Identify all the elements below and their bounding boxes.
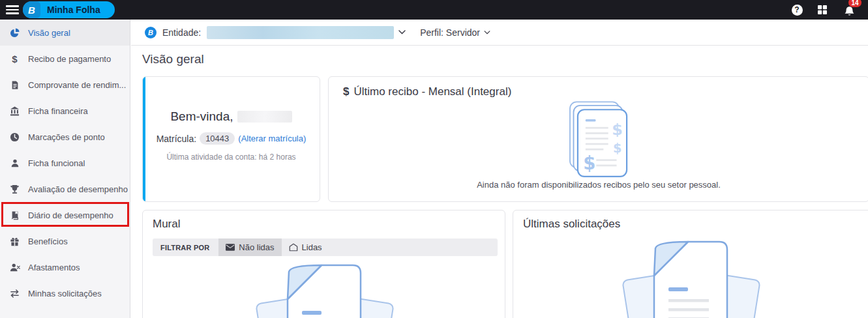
envelope-open-icon — [289, 243, 298, 252]
tab-lidas[interactable]: Lidas — [282, 238, 329, 256]
sidebar-item-label: Marcações de ponto — [28, 132, 105, 142]
sidebar-item-label: Avaliação de desempenho — [28, 184, 128, 194]
sidebar-item-beneficios[interactable]: Benefícios — [0, 228, 130, 254]
sidebar-item-marcacoes-de-ponto[interactable]: Marcações de ponto — [0, 124, 130, 150]
help-icon: ? — [792, 5, 803, 16]
last-receipt-card: $ Último recibo - Mensal (Integral) $ $ … — [328, 76, 868, 202]
mural-card: Mural FILTRAR POR Não lidas Lidas — [142, 210, 505, 318]
dollar-icon: $ — [343, 85, 349, 98]
svg-text:$: $ — [613, 141, 621, 156]
topbar: B Minha Folha ? 14 — [0, 0, 868, 20]
mural-card-title: Mural — [153, 218, 181, 231]
sidebar-item-ficha-financeira[interactable]: Ficha financeira — [0, 98, 130, 124]
sidebar-item-afastamentos[interactable]: Afastamentos — [0, 254, 130, 280]
clock-icon — [9, 132, 20, 143]
mural-filter-bar: FILTRAR POR Não lidas Lidas — [153, 238, 498, 256]
receipts-illustration: $ $ $ — [329, 100, 868, 180]
sidebar-item-avaliacao-de-desempenho[interactable]: Avaliação de desempenho — [0, 176, 130, 202]
book-icon — [9, 210, 20, 221]
pie-chart-icon — [9, 27, 20, 38]
requests-card-title: Últimas solicitações — [523, 218, 620, 231]
brand-b-icon: B — [23, 1, 40, 18]
hamburger-menu-icon[interactable] — [6, 5, 19, 14]
receipt-card-title: Último recibo - Mensal (Integral) — [353, 85, 511, 98]
last-activity-text: Última atividade da conta: há 2 horas — [143, 152, 320, 162]
card-accent-bar — [143, 77, 145, 201]
sidebar: Visão geral $ Recibo de pagamento Compro… — [0, 20, 130, 318]
sidebar-item-minhas-solicitacoes[interactable]: Minhas solicitações — [0, 280, 130, 306]
greeting-text: Bem-vinda, — [170, 109, 233, 124]
matricula-label: Matrícula: — [157, 134, 196, 144]
entity-label: Entidade: — [162, 27, 201, 38]
sidebar-item-label: Ficha funcional — [28, 158, 85, 168]
bank-icon — [9, 106, 20, 117]
person-icon — [9, 158, 20, 169]
trophy-icon — [9, 184, 20, 195]
requests-empty-illustration — [513, 237, 868, 318]
entity-toolbar: B Entidade: Perfil: Servidor — [131, 20, 868, 46]
grid-icon — [817, 5, 828, 15]
sidebar-item-diario-de-desempenho[interactable]: Diário de desempenho — [0, 202, 130, 228]
app-root: B Minha Folha ? 14 — [0, 0, 868, 318]
gift-icon — [9, 236, 20, 247]
svg-text:$: $ — [612, 121, 623, 139]
welcome-card: Bem-vinda, Matrícula: 10443 (Alterar mat… — [142, 76, 320, 202]
receipt-empty-message: Ainda não foram disponibilizados recibos… — [329, 180, 868, 190]
sidebar-item-label: Diário de desempenho — [28, 210, 113, 220]
tab-label: Não lidas — [239, 242, 274, 252]
bell-icon — [844, 6, 855, 17]
notification-count-badge: 14 — [848, 0, 861, 7]
matricula-value-badge: 10443 — [200, 132, 235, 145]
notifications-button[interactable]: 14 — [842, 3, 856, 17]
sidebar-item-label: Comprovante de rendim... — [28, 80, 126, 90]
sidebar-item-comprovante[interactable]: Comprovante de rendim... — [0, 72, 130, 98]
envelope-closed-icon — [226, 244, 235, 251]
filter-by-label: FILTRAR POR — [153, 238, 218, 256]
change-matricula-link[interactable]: (Alterar matrícula) — [238, 134, 306, 143]
sidebar-item-label: Minhas solicitações — [28, 289, 102, 298]
mural-empty-illustration — [143, 260, 506, 318]
tab-nao-lidas[interactable]: Não lidas — [218, 238, 281, 256]
help-button[interactable]: ? — [791, 4, 803, 16]
profile-label: Perfil: Servidor — [420, 27, 480, 38]
sidebar-item-ficha-funcional[interactable]: Ficha funcional — [0, 150, 130, 176]
sidebar-item-label: Benefícios — [28, 237, 68, 246]
sidebar-item-label: Afastamentos — [28, 263, 80, 272]
page-title: Visão geral — [142, 52, 204, 66]
app-logo[interactable]: B Minha Folha — [23, 1, 115, 18]
sidebar-item-label: Ficha financeira — [28, 106, 88, 116]
entity-name-redacted[interactable] — [207, 26, 394, 39]
user-name-redacted — [237, 111, 292, 123]
apps-grid-button[interactable] — [816, 4, 828, 16]
chevron-down-icon[interactable] — [398, 30, 406, 35]
dollar-icon: $ — [9, 53, 20, 65]
app-title: Minha Folha — [40, 5, 104, 15]
profile-selector[interactable]: Perfil: Servidor — [420, 27, 490, 38]
svg-text:$: $ — [583, 152, 595, 173]
person-x-icon — [9, 262, 20, 273]
swap-arrows-icon — [9, 288, 20, 299]
tab-label: Lidas — [302, 242, 322, 252]
sidebar-item-recibo-de-pagamento[interactable]: $ Recibo de pagamento — [0, 46, 130, 72]
sidebar-item-visao-geral[interactable]: Visão geral — [0, 20, 130, 46]
sidebar-item-label: Visão geral — [28, 28, 70, 38]
chevron-down-icon — [484, 31, 490, 35]
document-icon — [9, 80, 20, 91]
last-requests-card: Últimas solicitações — [513, 210, 868, 318]
entity-logo-icon: B — [145, 27, 157, 38]
sidebar-item-label: Recibo de pagamento — [28, 54, 111, 64]
